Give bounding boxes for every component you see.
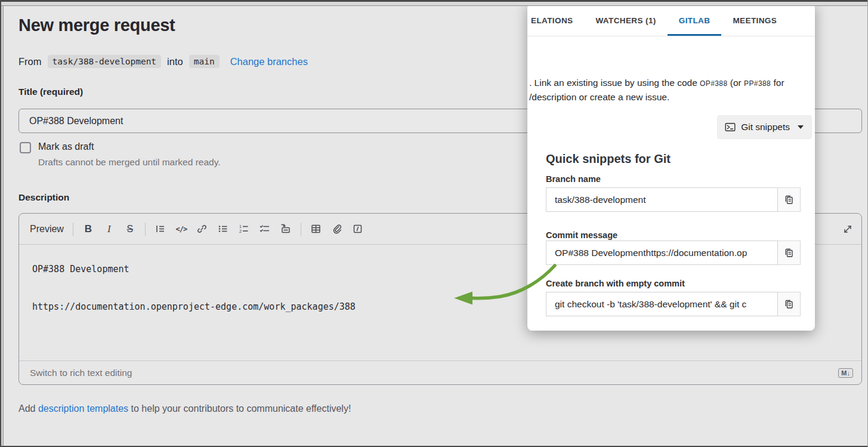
copy-create-branch-button[interactable] <box>778 292 801 316</box>
preview-tab[interactable]: Preview <box>30 224 64 235</box>
branch-name-input[interactable]: task/388-development <box>546 187 778 212</box>
expand-editor-icon[interactable] <box>842 223 854 236</box>
create-branch-input[interactable]: git checkout -b 'task/388-development' &… <box>546 292 778 316</box>
chevron-down-icon <box>798 125 804 129</box>
svg-text:2: 2 <box>239 229 242 233</box>
commit-message-input[interactable]: OP#388 Developmenthttps://documentation.… <box>546 241 778 265</box>
description-label: Description <box>18 192 69 203</box>
from-label: From <box>18 56 42 67</box>
intro-text: . Link an existing issue by using the co… <box>529 78 700 88</box>
task-list-icon[interactable] <box>259 223 271 236</box>
branch-name-label: Branch name <box>546 174 601 184</box>
mark-as-draft-checkbox[interactable] <box>20 142 31 153</box>
window-chrome-strip <box>0 2 868 6</box>
tab-watchers[interactable]: WATCHERS (1) <box>584 3 667 36</box>
into-label: into <box>167 56 183 67</box>
quick-snippets-heading: Quick snippets for Git <box>546 152 671 166</box>
tab-relations[interactable]: ELATIONS <box>529 3 584 36</box>
pp-code-ref: PP#388 <box>744 79 771 88</box>
numbered-list-icon[interactable]: 12 <box>238 223 250 236</box>
intro-line-2: /description or create a new issue. <box>529 90 807 104</box>
toolbar-divider <box>73 223 73 236</box>
commit-message-label: Commit message <box>546 230 617 240</box>
markdown-supported-icon[interactable]: M↓ <box>838 368 853 378</box>
create-branch-label: Create branch with empty commit <box>546 279 685 288</box>
description-templates-link[interactable]: description templates <box>38 403 128 414</box>
editor-footer: Switch to rich text editing M↓ <box>19 360 861 384</box>
strikethrough-icon[interactable]: S <box>124 223 136 236</box>
tab-gitlab[interactable]: GITLAB <box>668 3 722 36</box>
switch-rich-text-link[interactable]: Switch to rich text editing <box>30 368 132 378</box>
terminal-icon <box>725 122 736 132</box>
table-icon[interactable] <box>310 223 322 236</box>
collapsible-section-icon[interactable] <box>280 223 292 236</box>
git-snippets-button[interactable]: Git snippets <box>717 115 812 139</box>
intro-text: (or <box>728 78 745 88</box>
templates-hint: Add description templates to help your c… <box>18 403 351 414</box>
code-icon[interactable]: </> <box>175 223 187 236</box>
target-branch-chip: main <box>189 55 220 68</box>
source-branch-chip: task/388-development <box>48 55 162 68</box>
window-border-top <box>0 0 868 2</box>
content-border-left <box>3 6 4 447</box>
quick-actions-icon[interactable] <box>352 223 364 236</box>
gitlab-tab-intro: . Link an existing issue by using the co… <box>529 76 807 104</box>
window-border-left <box>0 0 1 447</box>
bullet-list-icon[interactable] <box>217 223 229 236</box>
openproject-gitlab-popup: ELATIONS WATCHERS (1) GITLAB MEETINGS . … <box>527 3 815 331</box>
quote-icon[interactable] <box>155 223 166 236</box>
branch-summary: From task/388-development into main Chan… <box>18 55 308 68</box>
bold-icon[interactable]: B <box>82 223 94 236</box>
git-snippets-label: Git snippets <box>741 122 790 132</box>
toolbar-divider <box>145 223 146 236</box>
draft-help-text: Drafts cannot be merged until marked rea… <box>38 157 221 168</box>
mark-as-draft-label: Mark as draft <box>38 141 94 153</box>
popup-tabs: ELATIONS WATCHERS (1) GITLAB MEETINGS <box>527 3 815 36</box>
browser-viewport: New merge request From task/388-developm… <box>0 0 868 447</box>
copy-branch-name-button[interactable] <box>778 187 801 212</box>
intro-text: for <box>771 78 784 88</box>
italic-icon[interactable]: I <box>103 223 115 236</box>
attachment-icon[interactable] <box>331 223 343 236</box>
templates-hint-prefix: Add <box>18 403 38 414</box>
tab-meetings[interactable]: MEETINGS <box>721 3 788 36</box>
templates-hint-suffix: to help your contributors to communicate… <box>128 403 351 414</box>
change-branches-link[interactable]: Change branches <box>230 56 308 67</box>
intro-line-1: . Link an existing issue by using the co… <box>529 76 807 90</box>
toolbar-divider <box>301 223 301 236</box>
copy-commit-message-button[interactable] <box>778 241 801 265</box>
title-field-label: Title (required) <box>18 87 83 97</box>
op-code-ref: OP#388 <box>700 79 727 88</box>
page-title: New merge request <box>18 16 175 35</box>
svg-text:1: 1 <box>239 224 242 229</box>
link-icon[interactable] <box>196 223 208 236</box>
